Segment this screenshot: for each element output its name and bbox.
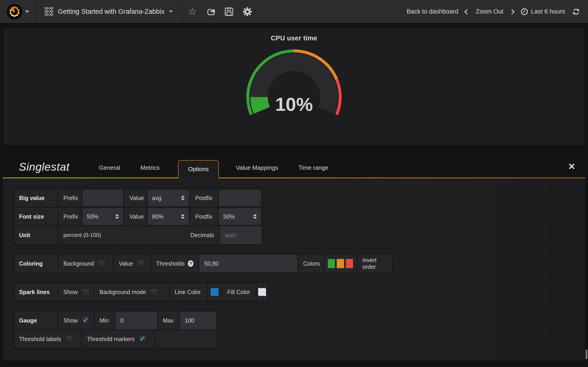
value-options-block: Big value Prefix Value avg Postfix <box>13 188 262 245</box>
colors-swatches-cell <box>324 255 357 273</box>
coloring-value-checkbox[interactable] <box>137 260 145 267</box>
clock-icon <box>521 8 528 15</box>
font-value-label: Value <box>124 208 147 225</box>
gauge-chart: 10% <box>221 47 367 128</box>
time-shift-left-button[interactable] <box>464 9 470 14</box>
decimals-input-cell[interactable] <box>220 226 262 244</box>
font-size-head: Font size <box>14 208 58 225</box>
grafana-menu-button[interactable] <box>0 0 36 23</box>
postfix-label: Postfix <box>190 189 218 207</box>
thresholds-input-cell[interactable] <box>199 255 297 273</box>
tab-general[interactable]: General <box>97 164 122 178</box>
tab-options[interactable]: Options <box>178 160 219 178</box>
value-stat-select[interactable]: avg <box>148 190 189 206</box>
gauge-min-input-cell[interactable] <box>115 311 157 329</box>
gauge-show-cell: Show <box>58 311 94 329</box>
invert-order-button[interactable]: invert order <box>357 255 392 273</box>
threshold-toggles-row: Threshold labels Threshold markers <box>14 330 216 348</box>
unit-cell: percent (0-100) Decimals <box>58 226 219 244</box>
settings-button[interactable] <box>240 4 255 19</box>
coloring-head: Coloring <box>14 255 58 273</box>
font-size-row: Font size Prefix 50% Value 80% <box>14 208 262 225</box>
dashboard-title: Getting Started with Grafana-Zabbix <box>58 8 164 15</box>
threshold-markers-checkbox[interactable] <box>139 335 146 343</box>
spark-lines-block: Spark lines Show Background mode Line Co… <box>13 282 268 302</box>
gauge-value-label: 10% <box>275 94 313 115</box>
close-editor-button[interactable] <box>568 163 576 170</box>
line-color-cell <box>208 283 222 301</box>
gauge-show-checkbox[interactable] <box>82 317 90 324</box>
threshold-labels-cell: Threshold labels <box>14 330 81 348</box>
tab-metrics[interactable]: Metrics <box>138 164 162 178</box>
time-shift-right-button[interactable] <box>510 9 515 14</box>
font-value-select-cell: 80% <box>147 208 190 225</box>
gauge-head: Gauge <box>14 311 58 329</box>
prefix-input[interactable] <box>83 190 123 206</box>
fill-color-label: Fill Color <box>222 283 256 301</box>
select-arrows-icon <box>115 214 119 219</box>
coloring-row: Coloring Background Value Thresholds ? C… <box>14 255 392 273</box>
grafana-logo-icon <box>7 4 22 19</box>
star-dashboard-button[interactable]: ☆ <box>185 4 200 19</box>
background-mode-checkbox[interactable] <box>150 288 158 296</box>
value-label: Value <box>124 189 147 207</box>
coloring-background-checkbox[interactable] <box>98 260 106 267</box>
threshold-labels-checkbox[interactable] <box>65 335 73 343</box>
time-range-picker-button[interactable]: Last 6 hours <box>521 8 565 15</box>
select-arrows-icon <box>253 214 257 219</box>
gauge-max-label: Max <box>158 311 179 329</box>
gauge-value-arc <box>259 97 262 110</box>
thresholds-help-icon[interactable]: ? <box>188 260 193 267</box>
panel-title[interactable]: CPU user time <box>4 28 584 42</box>
big-value-row: Big value Prefix Value avg Postfix <box>14 189 262 207</box>
fill-color-swatch[interactable] <box>258 288 266 296</box>
coloring-background-cell: Background <box>58 255 113 273</box>
font-postfix-label: Postfix <box>190 208 218 225</box>
gauge-max-input <box>185 317 211 324</box>
colors-label: Colors <box>298 255 323 273</box>
grafana-menu-caret-icon <box>25 10 29 13</box>
navbar-actions: ☆ <box>182 4 258 19</box>
line-color-label: Line Color <box>170 283 207 301</box>
postfix-input-cell <box>218 189 262 207</box>
threshold-color-swatch-orange[interactable] <box>337 259 344 268</box>
font-value-select[interactable]: 80% <box>148 208 189 225</box>
threshold-color-swatch-red[interactable] <box>346 259 353 268</box>
gauge-max-input-cell[interactable] <box>180 311 216 329</box>
threshold-color-swatch-green[interactable] <box>328 259 335 268</box>
gauge-min-label: Min <box>95 311 115 329</box>
select-arrows-icon <box>181 195 185 200</box>
options-tab-content: Big value Prefix Value avg Postfix <box>3 178 585 360</box>
font-postfix-select-cell: 50% <box>218 208 262 225</box>
zoom-out-button[interactable]: Zoom Out <box>476 8 503 15</box>
dashboard-icon <box>44 7 53 16</box>
tab-time-range[interactable]: Time range <box>296 164 330 178</box>
font-prefix-select[interactable]: 50% <box>83 208 123 225</box>
unit-select[interactable]: percent (0-100) <box>63 232 101 238</box>
refresh-button[interactable] <box>572 8 580 16</box>
back-to-dashboard-button[interactable]: Back to dashboard <box>406 8 458 15</box>
postfix-input[interactable] <box>219 190 261 206</box>
save-icon <box>224 7 234 17</box>
dashboard-title-caret-icon <box>169 10 173 13</box>
thresholds-label-cell: Thresholds ? <box>151 255 199 273</box>
sparkline-show-cell: Show <box>58 283 94 301</box>
scrollbar-thumb[interactable] <box>586 350 587 359</box>
tab-value-mappings[interactable]: Value Mappings <box>234 164 280 178</box>
save-dashboard-button[interactable] <box>221 4 237 19</box>
fill-color-cell <box>257 283 268 301</box>
share-dashboard-button[interactable] <box>203 4 218 19</box>
font-postfix-select[interactable]: 50% <box>219 208 261 225</box>
font-prefix-select-cell: 50% <box>82 208 124 225</box>
line-color-swatch[interactable] <box>211 288 218 296</box>
background-mode-cell: Background mode <box>95 283 169 301</box>
sparkline-show-checkbox[interactable] <box>82 288 90 296</box>
threshold-markers-cell: Threshold markers <box>82 330 155 348</box>
value-stat-select-cell: avg <box>147 189 190 207</box>
panel-type-title: Singlestat <box>19 161 69 178</box>
top-navbar: Getting Started with Grafana-Zabbix ☆ <box>0 0 588 24</box>
prefix-label: Prefix <box>58 189 81 207</box>
prefix-input-cell <box>82 189 124 207</box>
empty-cell <box>156 330 216 348</box>
dashboard-title-button[interactable]: Getting Started with Grafana-Zabbix <box>36 0 182 23</box>
